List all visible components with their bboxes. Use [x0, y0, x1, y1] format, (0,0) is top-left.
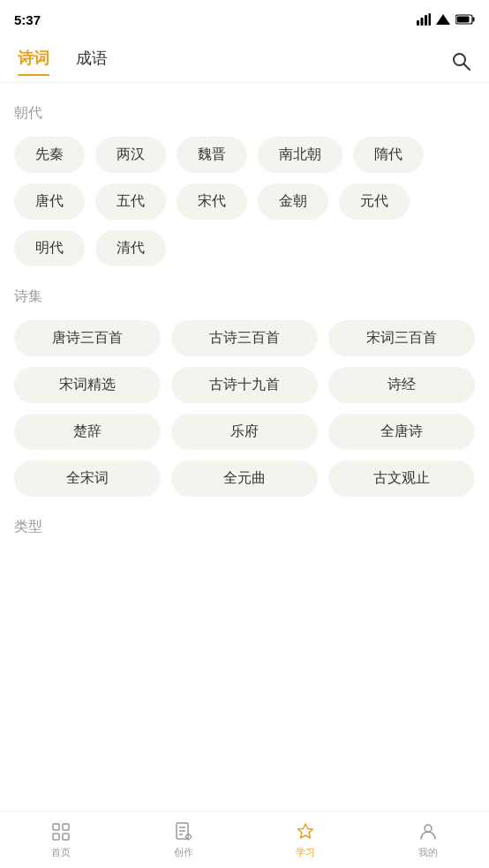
col-chuci[interactable]: 楚辞 [14, 414, 161, 450]
tag-tangdai[interactable]: 唐代 [14, 183, 85, 220]
tag-mingdai[interactable]: 明代 [14, 230, 85, 266]
col-songci300[interactable]: 宋词三百首 [328, 320, 475, 356]
col-quanyuanqu[interactable]: 全元曲 [171, 460, 318, 497]
status-icons [417, 13, 475, 26]
battery-icon [455, 14, 475, 25]
svg-rect-12 [53, 834, 59, 840]
col-gushi300[interactable]: 古诗三百首 [171, 320, 318, 356]
tab-chengyu[interactable]: 成语 [76, 48, 108, 74]
tag-songdai[interactable]: 宋代 [177, 183, 247, 220]
col-tangshi300[interactable]: 唐诗三百首 [14, 320, 161, 356]
search-icon [450, 50, 471, 71]
svg-rect-13 [63, 834, 69, 840]
tag-suidai[interactable]: 隋代 [353, 137, 424, 173]
nav-study-label: 学习 [296, 846, 315, 859]
study-icon [295, 821, 316, 842]
status-bar: 5:37 [0, 0, 489, 39]
type-section: 类型 [14, 518, 475, 550]
create-icon [173, 821, 194, 842]
col-songcijingxuan[interactable]: 宋词精选 [14, 367, 161, 403]
col-quantangshi[interactable]: 全唐诗 [328, 414, 475, 450]
type-title: 类型 [14, 518, 475, 536]
tag-xianqin[interactable]: 先秦 [14, 137, 85, 173]
collection-grid: 唐诗三百首 古诗三百首 宋词三百首 宋词精选 古诗十九首 诗经 楚辞 乐府 全唐… [14, 320, 475, 497]
tag-weijin[interactable]: 魏晋 [177, 137, 247, 173]
tag-yuandai[interactable]: 元代 [339, 183, 410, 220]
bottom-nav: 首页 创作 学习 我的 [0, 811, 489, 868]
nav-profile[interactable]: 我的 [367, 821, 490, 859]
tag-qingdai[interactable]: 清代 [95, 230, 166, 266]
nav-create-label: 创作 [174, 846, 193, 859]
col-gushi19[interactable]: 古诗十九首 [171, 367, 318, 403]
nav-home-label: 首页 [51, 846, 71, 859]
network-icon [417, 13, 431, 26]
collection-title: 诗集 [14, 288, 475, 306]
col-yuefu[interactable]: 乐府 [171, 414, 318, 450]
collection-section: 诗集 唐诗三百首 古诗三百首 宋词三百首 宋词精选 古诗十九首 诗经 楚辞 乐府… [14, 288, 475, 497]
tag-lianghan[interactable]: 两汉 [95, 137, 166, 173]
svg-rect-0 [417, 20, 419, 26]
dynasty-title: 朝代 [14, 104, 475, 123]
dynasty-grid: 先秦 两汉 魏晋 南北朝 隋代 唐代 五代 宋代 金朝 元代 明代 清代 [14, 137, 475, 266]
svg-rect-7 [457, 17, 470, 23]
dynasty-section: 朝代 先秦 两汉 魏晋 南北朝 隋代 唐代 五代 宋代 金朝 元代 明代 清代 [14, 104, 475, 266]
svg-rect-11 [63, 824, 69, 830]
nav-profile-label: 我的 [418, 846, 438, 859]
profile-icon [418, 821, 439, 842]
svg-rect-6 [473, 18, 475, 22]
main-content: 朝代 先秦 两汉 魏晋 南北朝 隋代 唐代 五代 宋代 金朝 元代 明代 清代 … [0, 83, 489, 811]
svg-point-19 [425, 825, 432, 832]
nav-home[interactable]: 首页 [0, 821, 123, 859]
top-nav: 诗词 成语 [0, 39, 489, 83]
svg-line-9 [464, 64, 470, 70]
col-quansongci[interactable]: 全宋词 [14, 460, 161, 497]
status-time: 5:37 [14, 12, 41, 27]
col-guwenguanzhi[interactable]: 古文观止 [328, 460, 475, 497]
tag-nanbei[interactable]: 南北朝 [258, 137, 342, 173]
nav-create[interactable]: 创作 [123, 821, 245, 859]
search-button[interactable] [450, 50, 471, 71]
signal-icon [436, 14, 450, 25]
home-icon [50, 821, 71, 842]
svg-rect-3 [429, 13, 432, 26]
svg-rect-10 [53, 824, 59, 830]
tag-wudai[interactable]: 五代 [95, 183, 166, 220]
tab-shici[interactable]: 诗词 [18, 48, 49, 74]
svg-rect-1 [421, 18, 424, 26]
tag-jinchao[interactable]: 金朝 [258, 183, 328, 220]
nav-study[interactable]: 学习 [244, 821, 367, 859]
col-shijing[interactable]: 诗经 [328, 367, 475, 403]
svg-marker-4 [436, 14, 450, 25]
svg-rect-2 [425, 15, 427, 26]
